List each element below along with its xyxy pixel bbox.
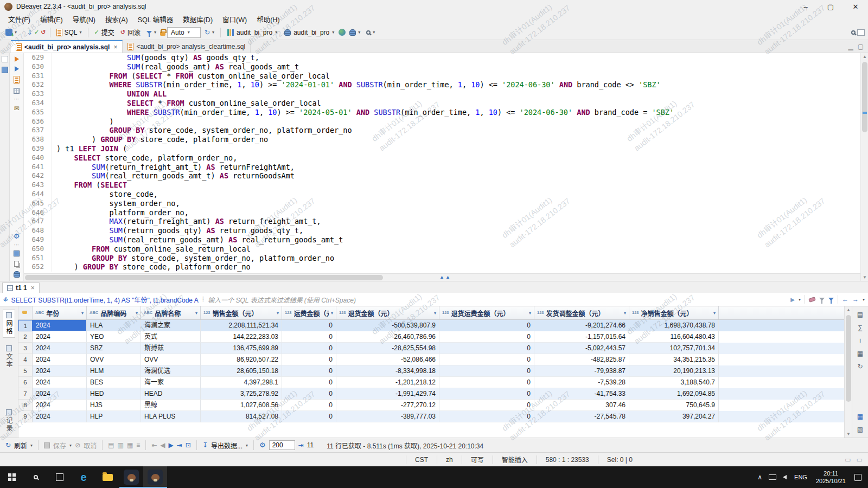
vscroll-thumb[interactable] xyxy=(862,62,867,132)
last-row-icon[interactable]: ⇥ xyxy=(177,441,182,449)
column-header[interactable]: 123运费金额（元）▾ xyxy=(282,306,336,319)
panel-settings-icon[interactable]: ▧ xyxy=(857,426,863,433)
fetch-size-input[interactable] xyxy=(269,440,295,450)
column-menu-icon[interactable]: ▾ xyxy=(624,311,626,316)
column-header[interactable]: ABC年份▾ xyxy=(33,306,87,319)
metadata-icon[interactable]: i xyxy=(859,337,861,344)
taskbar-clock[interactable]: 20:11 2025/10/21 xyxy=(810,470,851,485)
cell[interactable]: 斯搏兹 xyxy=(141,343,201,354)
row-number[interactable]: 9 xyxy=(18,411,33,422)
minimize-panel-icon[interactable]: ▁ xyxy=(848,43,853,50)
copy-icon[interactable] xyxy=(14,261,19,267)
mail-export-icon[interactable]: ✉ xyxy=(14,105,19,112)
menu-item[interactable]: 搜索(A) xyxy=(100,13,133,25)
apply-filter-icon[interactable]: ▶ xyxy=(790,297,795,303)
sync-icon[interactable]: ✓ xyxy=(34,29,39,36)
refresh-button[interactable]: 刷新 xyxy=(14,441,27,450)
row-number[interactable]: 7 xyxy=(18,388,33,400)
language-indicator[interactable]: ENG xyxy=(791,474,810,480)
cell[interactable]: 0 xyxy=(282,320,336,331)
cell[interactable]: 34,351,215.35 xyxy=(629,354,719,365)
cell[interactable]: 0 xyxy=(439,411,534,422)
start-button[interactable] xyxy=(0,466,24,488)
dbeaver-taskbar-button-active[interactable] xyxy=(143,466,167,488)
cell[interactable]: 2,208,111,521.34 xyxy=(201,320,282,331)
explain-plan-icon[interactable] xyxy=(14,76,20,84)
cell[interactable]: -8,334,998.18 xyxy=(336,365,439,377)
cell[interactable]: 英式 xyxy=(141,331,201,343)
sql-editor-button[interactable]: SQL ▾ xyxy=(54,28,84,37)
cell[interactable]: -28,625,554.98 xyxy=(336,343,439,354)
fetch-all-icon[interactable]: ⇥ xyxy=(298,441,304,449)
db-output-icon[interactable] xyxy=(14,271,20,278)
column-header[interactable]: 123退货运费金额（元）▾ xyxy=(439,306,534,319)
cell[interactable]: OVV xyxy=(87,354,141,365)
schema-select[interactable]: audit_bi_pro ▾ xyxy=(282,28,337,37)
commit-button[interactable]: ✓ 提交 xyxy=(92,27,117,38)
cell[interactable]: HLM xyxy=(87,365,141,377)
network-icon[interactable] xyxy=(769,474,776,480)
cell[interactable]: -277,270.12 xyxy=(336,400,439,411)
row-number[interactable]: 6 xyxy=(18,377,33,388)
splitter-collapse-icon[interactable]: ▲▲ xyxy=(439,274,451,280)
menu-item[interactable]: SQL 编辑器 xyxy=(133,13,178,25)
cell[interactable]: 0 xyxy=(282,331,336,343)
horizontal-scrollbar[interactable]: ▲▲ xyxy=(24,273,860,281)
editor-tab[interactable]: <audit_bi_pro> analysis.sql× xyxy=(11,40,123,53)
cell[interactable]: -1,157,015.64 xyxy=(534,331,629,343)
column-header[interactable]: 123退货金额（元）▾ xyxy=(336,306,439,319)
cell[interactable]: 3,725,278.92 xyxy=(201,388,282,400)
cell[interactable]: 0 xyxy=(282,354,336,365)
download-script-icon[interactable]: ⇩ xyxy=(27,29,33,36)
cell[interactable]: SBZ xyxy=(87,343,141,354)
row-number[interactable]: 3 xyxy=(18,343,33,354)
cell[interactable]: -482,825.87 xyxy=(534,354,629,365)
database-navigator-icon[interactable] xyxy=(2,67,8,73)
execute-script-icon[interactable] xyxy=(15,66,19,72)
cell[interactable]: 1,027,608.56 xyxy=(201,400,282,411)
cell[interactable]: 0 xyxy=(282,400,336,411)
global-search-icon[interactable] xyxy=(851,30,856,35)
maximize-panel-icon[interactable]: ▢ xyxy=(858,43,864,50)
cell[interactable]: -1,201,218.12 xyxy=(336,377,439,388)
cell[interactable]: 2024 xyxy=(33,388,87,400)
new-connection-button[interactable]: ▾ xyxy=(3,28,19,37)
cell[interactable]: 0 xyxy=(439,354,534,365)
scroll-up-icon[interactable]: ▲ xyxy=(846,307,851,312)
revert-icon[interactable]: ↺ xyxy=(41,29,46,36)
next-row-icon[interactable]: ▶ xyxy=(169,441,174,449)
view-tab-text[interactable]: 文本 xyxy=(3,343,15,370)
globe-icon[interactable] xyxy=(339,29,346,36)
cell[interactable]: BES xyxy=(87,377,141,388)
cell[interactable]: -1,991,429.74 xyxy=(336,388,439,400)
cell[interactable]: 海一家 xyxy=(141,377,201,388)
cell[interactable]: HED xyxy=(87,388,141,400)
cell[interactable]: 1,692,094.85 xyxy=(629,388,719,400)
view-tab-record[interactable]: 记录 xyxy=(3,407,15,434)
cell[interactable]: 0 xyxy=(282,365,336,377)
edge-button[interactable]: e xyxy=(72,466,95,488)
column-header[interactable]: ABC品牌名称▾ xyxy=(141,306,201,319)
cell[interactable]: 0 xyxy=(439,377,534,388)
rollback-button[interactable]: ↺ 回滚 xyxy=(118,27,143,38)
cell[interactable]: 0 xyxy=(439,400,534,411)
cell[interactable]: HJS xyxy=(87,400,141,411)
cell[interactable]: HLP xyxy=(87,411,141,422)
cell[interactable]: 0 xyxy=(439,343,534,354)
menu-item[interactable]: 导航(N) xyxy=(68,13,100,25)
vertical-scrollbar[interactable]: ▲ ▼ xyxy=(860,53,868,281)
file-explorer-button[interactable] xyxy=(95,466,119,488)
result-tab[interactable]: t1 1 × xyxy=(2,282,40,293)
cell[interactable]: 0 xyxy=(282,411,336,422)
gear-icon[interactable]: ⚙ xyxy=(14,233,20,240)
cell[interactable]: -9,201,274.66 xyxy=(534,320,629,331)
progress-icon[interactable]: ▭ xyxy=(845,456,851,464)
cell[interactable]: 86,920,507.22 xyxy=(201,354,282,365)
connection-select[interactable]: audit_bi_pro ▾ xyxy=(225,28,280,37)
more-actions-icon[interactable]: ⋯ xyxy=(14,98,20,100)
column-header[interactable]: 123净销售金额（元）▾ xyxy=(629,306,719,319)
cell[interactable]: 0 xyxy=(439,320,534,331)
cell[interactable]: 3,188,540.7 xyxy=(629,377,719,388)
result-settings-icon[interactable]: ⚙ xyxy=(259,442,266,448)
cell[interactable]: -52,086,466 xyxy=(336,354,439,365)
